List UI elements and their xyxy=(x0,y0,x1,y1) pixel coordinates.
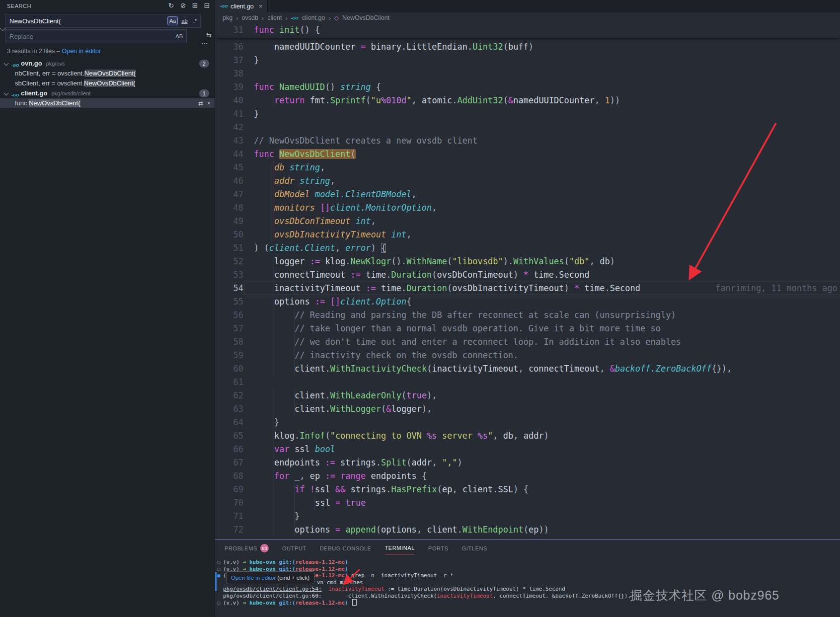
refresh-icon[interactable]: ↻ xyxy=(167,1,175,10)
code-line-60[interactable]: 60client.WithInactivityCheck(inactivityT… xyxy=(215,362,840,376)
replace-input[interactable]: Replace AB xyxy=(5,29,187,43)
code-line-63[interactable]: 63client.WithLogger(&logger), xyxy=(215,402,840,416)
breadcrumb-item[interactable]: client.go xyxy=(302,14,325,21)
code-line-43[interactable]: 43// NewOvsDbClient creates a new ovsdb … xyxy=(215,134,840,148)
code-text: // we don't time out and enter a reconne… xyxy=(243,335,681,349)
panel-tab-problems[interactable]: PROBLEMS63 xyxy=(225,544,269,554)
file-row-ovn.go[interactable]: -GOovn.gopkg/ovs2 xyxy=(0,59,215,69)
code-line-42[interactable]: 42 xyxy=(215,121,840,134)
indent-guide xyxy=(294,335,295,349)
code-line-39[interactable]: 39func NamedUUID() string { xyxy=(215,80,840,94)
collapse-all-icon[interactable]: ⊟ xyxy=(203,1,211,10)
code-text: ovsDbInactivityTimeout int, xyxy=(243,228,411,241)
clear-search-results-icon[interactable]: ⊘ xyxy=(179,1,187,10)
line-number: 45 xyxy=(215,161,243,174)
match-case-toggle[interactable]: Aa xyxy=(167,16,178,25)
line-number: 46 xyxy=(215,174,243,188)
replace-all-button[interactable]: ⇆ xyxy=(206,31,212,39)
new-search-editor-icon[interactable]: ⊞ xyxy=(191,1,199,10)
code-line-67[interactable]: 67endpoints := strings.Split(addr, ",") xyxy=(215,456,840,469)
code-line-59[interactable]: 59// inactivity check on the ovsdb conne… xyxy=(215,349,840,362)
code-line-64[interactable]: 64} xyxy=(215,416,840,429)
whole-word-toggle[interactable]: ab xyxy=(179,16,189,25)
code-line-72[interactable]: 72options = append(options, client.WithE… xyxy=(215,523,840,537)
search-input[interactable]: NewOvsDbClient( Aa ab .* xyxy=(5,14,201,28)
panel-tab-gitlens[interactable]: GITLENS xyxy=(462,544,487,554)
code-line-52[interactable]: 52logger := klog.NewKlogr().WithName("li… xyxy=(215,255,840,268)
panel-tab-output[interactable]: OUTPUT xyxy=(282,544,306,554)
line-number: 71 xyxy=(215,510,243,523)
file-path: pkg/ovsdb/client xyxy=(51,90,90,96)
breadcrumb-item[interactable]: ovsdb xyxy=(242,14,258,21)
line-number: 60 xyxy=(215,362,243,376)
result-row[interactable]: sbClient, err = ovsclient.NewOvsDbClient… xyxy=(0,78,215,88)
breadcrumb-item[interactable]: NewOvsDbClient xyxy=(342,14,389,21)
search-value[interactable]: NewOvsDbClient( xyxy=(5,17,167,25)
preserve-case-toggle[interactable]: AB xyxy=(173,32,185,41)
dismiss-match-icon[interactable]: × xyxy=(207,98,211,108)
code-line-36[interactable]: 36namedUUIDCounter = binary.LittleEndian… xyxy=(215,40,840,54)
breadcrumb-item[interactable]: pkg xyxy=(223,14,232,21)
code-line-41[interactable]: 41} xyxy=(215,107,840,121)
code-line-49[interactable]: 49ovsDbConTimeout int, xyxy=(215,215,840,228)
code-line-47[interactable]: 47dbModel model.ClientDBModel, xyxy=(215,188,840,201)
code-line-62[interactable]: 62client.WithLeaderOnly(true), xyxy=(215,389,840,402)
code-text: inactivityTimeout := time.Duration(ovsDb… xyxy=(243,282,640,295)
panel-tab-ports[interactable]: PORTS xyxy=(428,544,449,554)
code-line-38[interactable]: 38 xyxy=(215,67,840,80)
code-line-45[interactable]: 45db string, xyxy=(215,161,840,174)
chevron-down-icon[interactable] xyxy=(4,91,9,96)
panel-tab-debug-console[interactable]: DEBUG CONSOLE xyxy=(320,544,372,554)
code-line-51[interactable]: 51) (client.Client, error) { xyxy=(215,241,840,255)
tab-close-icon[interactable]: × xyxy=(259,2,263,10)
code-line-58[interactable]: 58// we don't time out and enter a recon… xyxy=(215,335,840,349)
code-line-56[interactable]: 56// Reading and parsing the DB after re… xyxy=(215,308,840,322)
file-row-client.go[interactable]: -GOclient.gopkg/ovsdb/client1 xyxy=(0,88,215,98)
result-match-highlight: NewOvsDbClient( xyxy=(84,70,136,77)
terminal-line-1[interactable]: ○(v.v) → kube-ovn git:(release-1.12-mc) xyxy=(217,559,838,566)
code-line-50[interactable]: 50ovsDbInactivityTimeout int, xyxy=(215,228,840,241)
sticky-scroll-line[interactable]: 31func init() { xyxy=(215,23,840,38)
code-line-66[interactable]: 66var ssl bool xyxy=(215,443,840,456)
result-row[interactable]: nbClient, err = ovsclient.NewOvsDbClient… xyxy=(0,69,215,78)
regex-toggle[interactable]: .* xyxy=(191,16,199,25)
code-line-46[interactable]: 46addr string, xyxy=(215,174,840,188)
code-text: return fmt.Sprintf("u%010d", atomic.AddU… xyxy=(243,94,620,107)
line-number: 63 xyxy=(215,402,243,416)
code-line-53[interactable]: 53connectTimeout := time.Duration(ovsDbC… xyxy=(215,268,840,282)
code-line-55[interactable]: 55options := []client.Option{ xyxy=(215,295,840,308)
chevron-down-icon[interactable] xyxy=(4,61,9,66)
code-line-sticky-31[interactable]: 31func init() { xyxy=(215,23,840,37)
replace-match-icon[interactable]: ⇄ xyxy=(198,98,203,108)
code-line-61[interactable]: 61 xyxy=(215,376,840,389)
indent-guide xyxy=(274,496,274,510)
code-line-54[interactable]: 54inactivityTimeout := time.Duration(ovs… xyxy=(215,282,840,295)
code-line-68[interactable]: 68for _, ep := range endpoints { xyxy=(215,469,840,483)
prompt-circle-icon: ○ xyxy=(217,566,223,573)
code-line-69[interactable]: 69if !ssl && strings.HasPrefix(ep, clien… xyxy=(215,483,840,496)
breadcrumb-item[interactable]: client xyxy=(267,14,282,21)
code-line-44[interactable]: 44func NewOvsDbClient( xyxy=(215,148,840,161)
open-file-in-editor-link[interactable]: Open file in editor xyxy=(231,575,276,581)
line-number: 66 xyxy=(215,443,243,456)
tab-client-go[interactable]: -GO client.go × xyxy=(215,0,268,12)
code-line-65[interactable]: 65klog.Infof("connecting to OVN %s serve… xyxy=(215,429,840,443)
indent-guide xyxy=(294,402,295,416)
code-line-57[interactable]: 57// take longer than a normal ovsdb ope… xyxy=(215,322,840,335)
panel-tab-terminal[interactable]: TERMINAL xyxy=(385,544,415,554)
code-line-40[interactable]: 40return fmt.Sprintf("u%010d", atomic.Ad… xyxy=(215,94,840,107)
code-line-71[interactable]: 71} xyxy=(215,510,840,523)
replace-placeholder[interactable]: Replace xyxy=(5,33,173,40)
result-row[interactable]: func NewOvsDbClient(⇄× xyxy=(0,98,215,108)
tab-bar: -GO client.go × xyxy=(215,0,840,12)
breadcrumb-separator-icon: › xyxy=(285,14,287,22)
code-text: } xyxy=(243,107,259,121)
terminal-file-link[interactable]: pkg/ovsdb/client/client.go:54: xyxy=(223,586,322,592)
open-in-editor-link[interactable]: Open in editor xyxy=(62,48,101,55)
search-details-more-icon[interactable]: ⋯ xyxy=(201,40,208,47)
code-line-37[interactable]: 37} xyxy=(215,54,840,67)
line-number: 61 xyxy=(215,376,243,389)
code-area[interactable]: 36namedUUIDCounter = binary.LittleEndian… xyxy=(215,40,840,537)
code-line-48[interactable]: 48monitors []client.MonitorOption, xyxy=(215,201,840,215)
code-line-70[interactable]: 70ssl = true xyxy=(215,496,840,510)
